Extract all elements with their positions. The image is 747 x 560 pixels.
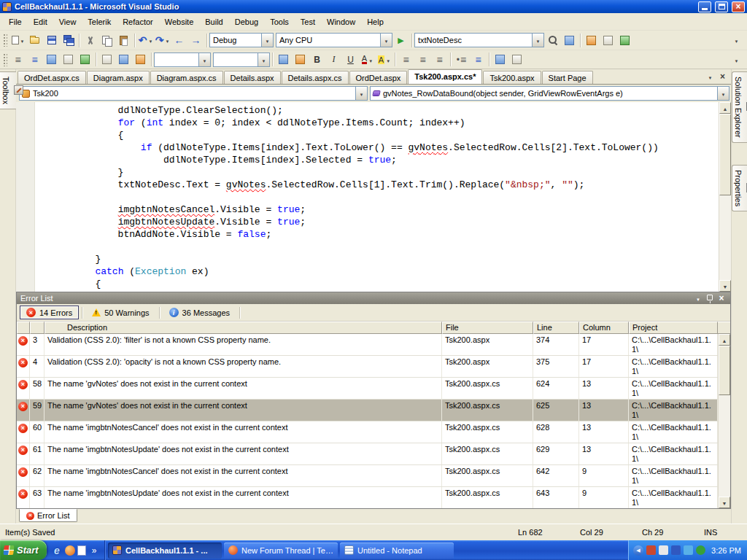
navigate-forward-button[interactable]: [187, 32, 204, 48]
chevron-down-icon[interactable]: [717, 87, 729, 100]
comment-button[interactable]: [43, 52, 60, 68]
taskbar-button[interactable]: Untitled - Notepad: [340, 542, 454, 559]
scroll-thumb[interactable]: [719, 346, 730, 395]
scroll-up-button[interactable]: [719, 334, 730, 346]
error-row[interactable]: 62The name 'imgbtnNotesCancel' does not …: [17, 465, 718, 487]
numbered-list-button[interactable]: [470, 52, 487, 68]
editor-vertical-scrollbar[interactable]: [719, 102, 731, 292]
menu-item-debug[interactable]: Debug: [229, 15, 264, 29]
error-list-scrollbar[interactable]: [718, 334, 730, 508]
quick-launch-icon-2[interactable]: [65, 545, 75, 556]
foreground-color-button[interactable]: [275, 52, 292, 68]
menu-item-edit[interactable]: Edit: [28, 15, 53, 29]
menu-item-view[interactable]: View: [53, 15, 82, 29]
tray-icon-2[interactable]: [659, 545, 668, 555]
underline-button[interactable]: [342, 52, 359, 68]
solution-explorer-button[interactable]: [583, 32, 600, 48]
scroll-down-button[interactable]: [719, 280, 731, 292]
tray-icon-3[interactable]: [671, 545, 681, 555]
taskbar-button[interactable]: New Forum Thread | Teler...: [224, 542, 338, 559]
doc-tab[interactable]: Details.aspx: [224, 71, 281, 84]
menu-item-build[interactable]: Build: [199, 15, 228, 29]
close-button[interactable]: [732, 1, 745, 12]
scroll-down-button[interactable]: [719, 497, 730, 508]
error-row[interactable]: 58The name 'gvNotes' does not exist in t…: [17, 378, 718, 400]
close-panel-button[interactable]: [716, 294, 727, 303]
toolbar-overflow-button[interactable]: [728, 52, 745, 68]
doc-tab[interactable]: Diagram.aspx: [87, 71, 150, 84]
column-header-column[interactable]: Column: [579, 322, 629, 334]
quick-launch-icon-3[interactable]: [77, 545, 86, 556]
taskbar-button[interactable]: CellBackhaul1.1.1 - ...: [108, 542, 222, 559]
remove-hyperlink-button[interactable]: [508, 52, 525, 68]
doc-tab[interactable]: Tsk200.aspx: [483, 71, 541, 84]
tray-icon-1[interactable]: [646, 545, 656, 555]
close-document-button[interactable]: [717, 71, 728, 82]
scroll-track[interactable]: [719, 114, 731, 280]
cut-button[interactable]: [82, 32, 98, 48]
chevron-down-icon[interactable]: [258, 53, 269, 66]
scroll-thumb[interactable]: [719, 114, 731, 195]
tray-collapse-icon[interactable]: [633, 545, 643, 556]
code-editor[interactable]: ddlNoteType.ClearSelection(); for (int i…: [16, 102, 731, 292]
decrease-indent-button[interactable]: [9, 52, 26, 68]
maximize-button[interactable]: [715, 1, 728, 12]
error-row[interactable]: 61The name 'imgbtnNotesUpdate' does not …: [17, 443, 718, 465]
messages-filter-button[interactable]: 36 Messages: [163, 306, 236, 319]
new-project-button[interactable]: [9, 32, 26, 48]
paste-button[interactable]: [115, 32, 132, 48]
menu-item-file[interactable]: File: [3, 15, 28, 29]
column-header-file[interactable]: File: [442, 322, 533, 334]
display-style-button-1[interactable]: [98, 52, 115, 68]
find-in-files-button[interactable]: [561, 32, 578, 48]
properties-window-button[interactable]: [600, 32, 616, 48]
font-name-combo[interactable]: [213, 52, 270, 67]
align-left-button[interactable]: [398, 52, 414, 68]
doc-tab[interactable]: Start Page: [542, 71, 593, 84]
quick-launch-expand-icon[interactable]: [88, 545, 100, 556]
column-header-blank[interactable]: [17, 322, 30, 334]
column-header-project[interactable]: Project: [629, 322, 718, 334]
column-header-description[interactable]: Description: [44, 322, 442, 334]
chevron-down-icon[interactable]: [261, 34, 273, 47]
chevron-down-icon[interactable]: [380, 34, 392, 47]
save-all-button[interactable]: [60, 32, 77, 48]
menu-item-tools[interactable]: Tools: [264, 15, 295, 29]
menu-item-website[interactable]: Website: [159, 15, 200, 29]
background-color-button[interactable]: [292, 52, 309, 68]
doc-tab[interactable]: OrdDet.aspx.cs: [18, 71, 86, 84]
start-button[interactable]: Start: [0, 540, 47, 560]
save-button[interactable]: [43, 32, 60, 48]
error-row[interactable]: 63The name 'imgbtnNotesUpdate' does not …: [17, 487, 718, 508]
uncomment-button[interactable]: [60, 52, 77, 68]
start-debugging-button[interactable]: [392, 32, 409, 48]
quick-launch-browser-icon[interactable]: [51, 545, 63, 556]
tab-list-button[interactable]: [705, 71, 716, 82]
toolbar-grip[interactable]: [3, 53, 7, 66]
doc-tab[interactable]: Tsk200.aspx.cs*: [408, 69, 482, 84]
error-row[interactable]: 59The name 'gvNotes' does not exist in t…: [17, 400, 718, 421]
window-position-button[interactable]: [693, 294, 703, 303]
display-style-button-3[interactable]: [132, 52, 149, 68]
error-row[interactable]: 60The name 'imgbtnNotesCancel' does not …: [17, 421, 718, 443]
solution-explorer-tab[interactable]: Solution Explorer: [732, 71, 747, 143]
display-style-button-2[interactable]: [115, 52, 132, 68]
minimize-button[interactable]: [698, 1, 711, 12]
scroll-track[interactable]: [719, 346, 730, 497]
tray-icon-5[interactable]: [696, 545, 705, 555]
highlight-button[interactable]: [376, 52, 392, 68]
hyperlink-button[interactable]: [492, 52, 508, 68]
solution-configurations-combo[interactable]: Debug: [209, 33, 274, 47]
menu-item-telerik[interactable]: Telerik: [82, 15, 117, 29]
toggle-bookmark-button[interactable]: [77, 52, 93, 68]
solution-platforms-combo[interactable]: Any CPU: [276, 33, 392, 47]
menu-item-help[interactable]: Help: [361, 15, 390, 29]
redo-button[interactable]: [154, 32, 171, 48]
column-header-line[interactable]: Line: [533, 322, 579, 334]
find-button[interactable]: [544, 32, 561, 48]
find-combo[interactable]: txtNoteDesc: [414, 33, 544, 47]
column-header-blank[interactable]: [30, 322, 44, 334]
align-center-button[interactable]: [414, 52, 431, 68]
errors-filter-button[interactable]: 14 Errors: [20, 306, 79, 319]
bold-button[interactable]: [309, 52, 325, 68]
